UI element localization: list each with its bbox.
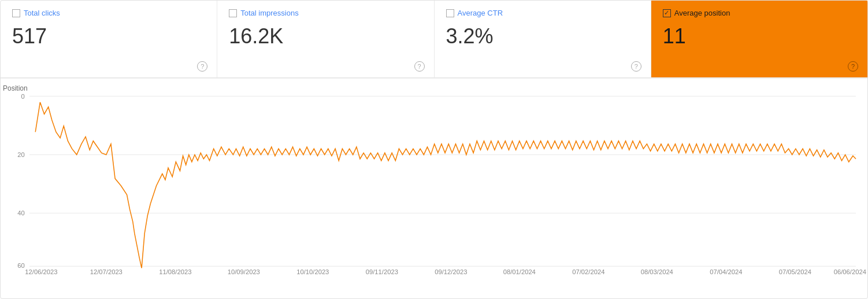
y-label-0: 0 [21,93,25,100]
x-label-0: 12/06/2023 [25,268,57,275]
metric-label-row-ctr: Average CTR [446,9,639,17]
chart-inner: 0 20 40 60 12/06/2023 12/07/2023 11/08/2… [29,84,856,275]
y-label-20: 20 [17,151,25,158]
x-label-4: 10/10/2023 [296,268,329,275]
x-label-5: 09/11/2023 [366,268,398,275]
help-icon-ctr[interactable]: ? [631,61,641,72]
checkbox-total-clicks[interactable] [12,9,20,17]
metric-label-row-position: ✓ Average position [663,9,856,17]
x-label-6: 09/12/2023 [435,268,467,275]
x-label-1: 12/07/2023 [90,268,123,275]
metric-value-clicks: 517 [12,24,205,48]
metric-title-impressions: Total impressions [240,9,298,17]
metrics-row: Total clicks 517 ? Total impressions 16.… [1,1,867,79]
metric-total-impressions[interactable]: Total impressions 16.2K ? [217,1,434,77]
metric-value-ctr: 3.2% [446,24,639,48]
x-label-2: 11/08/2023 [159,268,191,275]
x-label-3: 10/09/2023 [228,268,260,275]
help-icon-impressions[interactable]: ? [414,61,425,72]
metric-label-row-impressions: Total impressions [229,9,422,17]
chart-svg: 0 20 40 60 12/06/2023 12/07/2023 11/08/2… [29,84,856,275]
metric-title-ctr: Average CTR [458,9,503,17]
y-label-40: 40 [17,210,25,217]
x-label-8: 07/02/2024 [572,268,604,275]
main-container: Total clicks 517 ? Total impressions 16.… [0,0,868,299]
x-label-11: 07/05/2024 [779,268,811,275]
help-icon-position[interactable]: ? [848,61,858,72]
x-label-12: 06/06/2024 [834,268,866,275]
x-label-10: 07/04/2024 [710,268,742,275]
help-icon-clicks[interactable]: ? [197,61,207,72]
metric-average-position[interactable]: ✓ Average position 11 ? [651,1,867,77]
checkbox-total-impressions[interactable] [229,9,237,17]
x-label-9: 08/03/2024 [641,268,673,275]
checkbox-average-position[interactable]: ✓ [663,9,671,17]
chart-area: Position 0 20 40 60 12/06/2023 12/07/202… [1,79,867,298]
y-axis-label: Position [3,84,28,92]
metric-average-ctr[interactable]: Average CTR 3.2% ? [435,1,651,77]
metric-label-row-clicks: Total clicks [12,9,205,17]
checkmark-icon: ✓ [664,10,669,16]
metric-total-clicks[interactable]: Total clicks 517 ? [1,1,217,77]
y-label-60: 60 [17,263,25,270]
metric-title-position: Average position [674,9,730,17]
chart-line [35,102,856,268]
checkbox-average-ctr[interactable] [446,9,454,17]
metric-value-impressions: 16.2K [229,24,422,48]
x-label-7: 08/01/2024 [503,268,536,275]
metric-title-clicks: Total clicks [24,9,60,17]
metric-value-position: 11 [663,24,856,48]
